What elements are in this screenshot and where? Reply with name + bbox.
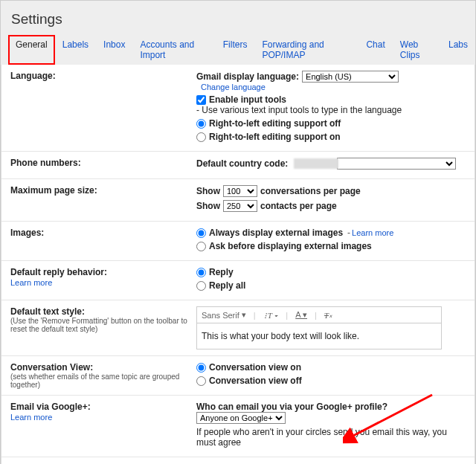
replyall-option-label: Reply all [209,280,245,291]
section-sendarchive: Send and Archive: Learn more Show "Send … [1,457,475,464]
display-language-select[interactable]: English (US) [302,71,399,83]
images-learn-more-link[interactable]: Learn more [352,228,393,237]
rtl-off-label: Right-to-left editing support off [209,118,341,129]
reply-option-label: Reply [209,267,234,277]
change-language-link[interactable]: Change language [201,83,266,91]
section-images: Images: Always display external images -… [1,222,475,261]
text-color-dropdown[interactable]: A ▾ [295,310,307,320]
images-label: Images: [10,228,44,238]
section-phone: Phone numbers: Default country code: [1,152,475,179]
show-label-1: Show [196,186,220,196]
tab-labs[interactable]: Labs [441,35,475,65]
section-conversation: Conversation View: (sets whether emails … [1,356,475,396]
reply-learn-more-link[interactable]: Learn more [10,278,52,287]
tab-filters[interactable]: Filters [216,35,255,65]
rtl-on-label: Right-to-left editing support on [209,132,341,142]
images-ask-radio[interactable] [196,242,206,251]
tab-labels[interactable]: Labels [55,35,96,65]
textstyle-sub: (Use the 'Remove Formatting' button on t… [10,317,196,333]
enable-input-tools-label: Enable input tools [209,94,286,105]
reply-label: Default reply behavior: [10,267,196,277]
show-label-2: Show [196,201,220,211]
page-title: Settings [1,1,475,35]
conversations-suffix: conversations per page [260,186,361,196]
country-code-label: Default country code: [196,158,288,169]
tab-inbox[interactable]: Inbox [96,35,132,65]
conversations-per-page-select[interactable]: 100 [223,185,257,197]
gplus-who-select[interactable]: Anyone on Google+ [196,412,286,424]
section-gplus: Email via Google+: Learn more Who can em… [1,396,475,457]
tab-forwarding[interactable]: Forwarding and POP/IMAP [254,35,358,65]
rtl-off-radio[interactable] [196,119,206,129]
tab-webclips[interactable]: Web Clips [393,35,441,65]
enable-input-tools-desc: - Use various text input tools to type i… [196,105,402,115]
conv-on-radio[interactable] [196,363,206,373]
section-textstyle: Default text style: (Use the 'Remove For… [1,300,475,356]
font-family-dropdown[interactable]: Sans Serif ▾ [202,310,246,320]
text-sample: This is what your body text will look li… [196,323,442,349]
country-code-blur [294,158,338,169]
country-code-select[interactable] [337,158,456,170]
display-language-label: Gmail display language: [196,71,299,82]
conv-off-label: Conversation view off [209,376,302,386]
images-always-label: Always display external images [209,228,343,238]
conv-sub: (sets whether emails of the same topic a… [10,373,196,389]
tab-accounts[interactable]: Accounts and Import [132,35,215,65]
phone-label: Phone numbers: [10,158,81,168]
images-ask-label: Ask before displaying external images [209,241,372,251]
section-language: Language: Gmail display language: Englis… [1,65,475,152]
reply-radio[interactable] [196,268,206,277]
replyall-radio[interactable] [196,281,206,291]
enable-input-tools-checkbox[interactable] [196,95,206,105]
remove-formatting-icon[interactable]: Tₓ [324,310,332,320]
images-always-radio[interactable] [196,228,206,238]
contacts-suffix: contacts per page [260,201,337,211]
gplus-label: Email via Google+: [10,402,196,412]
section-reply: Default reply behavior: Learn more Reply… [1,261,475,300]
pagesize-label: Maximum page size: [10,185,97,196]
contacts-per-page-select[interactable]: 250 [223,200,257,212]
font-size-dropdown[interactable]: ⫶T ▾ [263,311,279,320]
textstyle-label: Default text style: [10,306,196,317]
gplus-desc: If people who aren't in your circles sen… [196,427,466,448]
language-label: Language: [10,71,56,81]
tab-chat[interactable]: Chat [358,35,392,65]
text-toolbar: Sans Serif ▾ | ⫶T ▾ | A ▾ | Tₓ [196,306,442,323]
rtl-on-radio[interactable] [196,132,206,142]
conv-on-label: Conversation view on [209,362,301,373]
section-pagesize: Maximum page size: Show 100 conversation… [1,179,475,222]
conv-off-radio[interactable] [196,376,206,386]
tab-general[interactable]: General [8,35,55,65]
gplus-who-label: Who can email you via your Google+ profi… [196,402,387,412]
gplus-learn-more-link[interactable]: Learn more [10,413,52,422]
tabs: General Labels Inbox Accounts and Import… [1,35,475,65]
conv-label: Conversation View: [10,362,196,373]
